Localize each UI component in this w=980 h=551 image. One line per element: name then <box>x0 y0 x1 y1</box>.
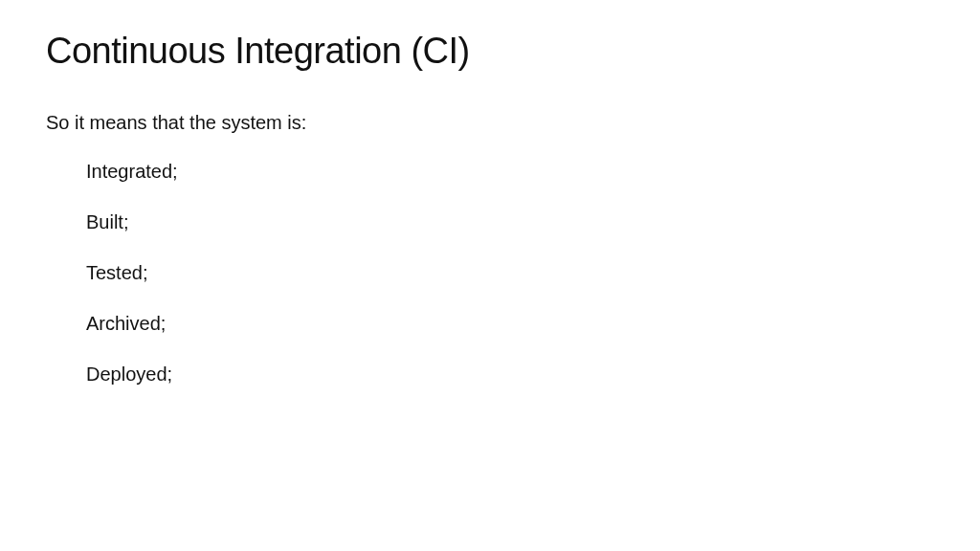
list-item: Built; <box>86 211 934 233</box>
list-item: Archived; <box>86 313 934 335</box>
list-item: Deployed; <box>86 364 934 386</box>
list-item: Integrated; <box>86 161 934 183</box>
intro-text: So it means that the system is: <box>46 112 934 134</box>
list-item: Tested; <box>86 262 934 284</box>
slide-title: Continuous Integration (CI) <box>46 31 934 72</box>
bullet-list: Integrated; Built; Tested; Archived; Dep… <box>46 161 934 386</box>
